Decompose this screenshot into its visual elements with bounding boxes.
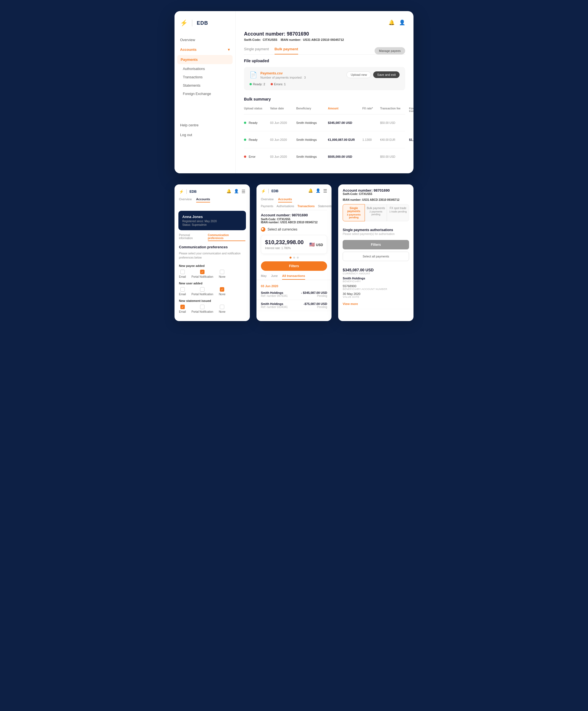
- tx-tab-all[interactable]: All transactions: [282, 274, 305, 280]
- card1-bell-icon[interactable]: 🔔: [227, 189, 231, 194]
- main-content: 🔔 👤 Account number: 98701690 Swift-Code:…: [236, 11, 414, 173]
- file-header: 📄 Payments.csv Number of payments import…: [250, 71, 400, 79]
- logo-text: EDB: [197, 20, 208, 26]
- card2-logo-text: EDB: [272, 189, 278, 193]
- auth-section-title: Single payments authorisations: [343, 228, 409, 232]
- checkbox-none-0[interactable]: [220, 270, 224, 274]
- checkbox-none-2[interactable]: [220, 305, 224, 309]
- auth-section-subtitle: Please select payment(s) for authorisati…: [343, 233, 409, 236]
- tx-tab-june[interactable]: June: [271, 274, 278, 280]
- auth-tab-fx[interactable]: FX spot trade 1 trade pending: [387, 204, 409, 221]
- card3-account-meta-swift: Swift-Code: CITXUS55: [343, 192, 409, 196]
- card1-user-icon[interactable]: 👤: [234, 189, 239, 194]
- currency-flag: 🇺🇸: [309, 242, 315, 247]
- tx-ref-0: Ref: number 0976341: [261, 295, 288, 298]
- profile-block: Anna Jones Registered since: May 2020 St…: [178, 211, 246, 230]
- row3-status: Error: [244, 155, 269, 158]
- auth-tab-single[interactable]: Single payments 3 payments pending: [343, 204, 365, 221]
- card1-logo: ⚡ EDB: [179, 189, 196, 194]
- profile-card: ⚡ EDB 🔔 👤 ☰ Overview Accounts Anna Jones…: [174, 185, 250, 321]
- card2-account-iban: IBAN number: US31 ABCD 23510 09345712: [261, 221, 327, 224]
- tab-single-payment[interactable]: Single payment: [244, 47, 269, 55]
- pref-checkboxes-0: Email ✓ Portal Notification None: [179, 270, 245, 278]
- sidebar-item-overview[interactable]: Overview: [174, 35, 235, 45]
- card2-tab-accounts[interactable]: Accounts: [278, 197, 292, 202]
- profile-registered: Registered since: May 2020: [182, 220, 242, 223]
- currency-radio[interactable]: [261, 227, 265, 232]
- filters-button[interactable]: Filters: [261, 261, 327, 271]
- pref-portal-2: Portal Notification: [191, 305, 213, 313]
- card2-top: ⚡ EDB 🔔 👤 ☰: [261, 188, 327, 197]
- card1-tab-accounts[interactable]: Accounts: [196, 197, 210, 202]
- card2-user-icon[interactable]: 👤: [316, 188, 320, 194]
- sidebar-item-authorisations[interactable]: Authorisations: [174, 65, 235, 73]
- card2-sub-transactions[interactable]: Transactions: [298, 205, 315, 208]
- account-meta: Swift-Code: CITXUS55 IBAN number: US31 A…: [244, 38, 405, 41]
- transactions-card: ⚡ EDB 🔔 👤 ☰ Overview Accounts Payments A…: [256, 185, 332, 321]
- dot-inactive-2[interactable]: [297, 257, 299, 259]
- sidebar-item-payments[interactable]: Payments: [177, 55, 233, 64]
- table-row: Error 03 Jun 2020 Smith Holdings $505,00…: [244, 148, 405, 165]
- ready-status: Ready: 2: [250, 83, 265, 86]
- pref-label-1: New user added: [179, 282, 245, 285]
- save-exit-button[interactable]: Save and exit: [373, 71, 400, 78]
- sidebar-item-statements[interactable]: Statements: [174, 81, 235, 90]
- pref-checkboxes-1: Email Portal Notification ✓ None: [179, 287, 245, 296]
- dot-active[interactable]: [290, 257, 292, 259]
- card2-sub-payments[interactable]: Payments: [261, 205, 273, 208]
- auth-tab-bulk[interactable]: Bulk payments 2 payments pending: [365, 204, 387, 221]
- checkbox-email-2[interactable]: ✓: [180, 305, 185, 309]
- pref-tab-communication[interactable]: Communication preferences: [208, 234, 245, 241]
- pref-label-0: New payee added: [179, 264, 245, 267]
- balance-card: $10,232,998.00 Interest rate: 1.780% 🇺🇸 …: [261, 235, 327, 254]
- carousel-dots: [256, 257, 332, 259]
- sidebar-item-transactions[interactable]: Transactions: [174, 73, 235, 81]
- tab-bulk-payment[interactable]: Bulk payment: [275, 47, 298, 55]
- card2-menu-icon[interactable]: ☰: [323, 188, 327, 194]
- card2-sub-authorisations[interactable]: Authorisations: [276, 205, 294, 208]
- card1-logo-divider: [186, 189, 187, 194]
- card1-menu-icon[interactable]: ☰: [241, 189, 245, 194]
- auth-type-tabs: Single payments 3 payments pending Bulk …: [343, 204, 409, 221]
- file-actions: Upload new Save and exit: [346, 71, 400, 78]
- tx-date: 03 Jun 2020: [256, 282, 332, 289]
- authorisations-card: Account number: 98701690 Swift-Code: CIT…: [338, 185, 414, 321]
- payment-detail: $345,087.00 USD CURRENCY AMOUNT Smith Ho…: [338, 265, 414, 309]
- card2-logo: ⚡ EDB: [261, 189, 278, 193]
- pref-none-2: None: [219, 305, 225, 313]
- checkbox-none-1[interactable]: ✓: [220, 287, 224, 292]
- checkbox-email-1[interactable]: [180, 287, 185, 292]
- card3-filters-button[interactable]: Filters: [343, 240, 409, 250]
- upload-new-button[interactable]: Upload new: [346, 71, 371, 78]
- card2-sub-statements[interactable]: Statements: [318, 205, 332, 208]
- tx-name-0: Smith Holdings: [261, 291, 288, 295]
- checkbox-portal-0[interactable]: ✓: [200, 270, 205, 274]
- card2-bell-icon[interactable]: 🔔: [308, 188, 313, 194]
- card1-tab-overview[interactable]: Overview: [179, 197, 192, 202]
- pref-checkboxes-2: ✓ Email Portal Notification None: [179, 305, 245, 313]
- pref-email-0: Email: [179, 270, 186, 278]
- ready-dot-2: [244, 138, 246, 141]
- file-uploaded-title: File uploaded: [244, 59, 405, 63]
- card1-logo-text: EDB: [190, 190, 196, 194]
- profile-name: Anna Jones: [182, 215, 242, 219]
- sidebar-item-help[interactable]: Help centre: [174, 120, 235, 130]
- sidebar-item-foreign-exchange[interactable]: Foreign Exchange: [174, 90, 235, 98]
- pd-date-label: VALUE DATE: [343, 296, 409, 298]
- sidebar-item-accounts[interactable]: Accounts ▾: [174, 45, 235, 55]
- sidebar: ⚡ EDB Overview Accounts ▾ Payments Autho…: [174, 11, 236, 173]
- pref-tab-personal[interactable]: Personal information: [179, 234, 205, 241]
- dot-inactive-1[interactable]: [293, 257, 295, 259]
- sidebar-item-logout[interactable]: Log out: [174, 130, 235, 140]
- checkbox-portal-1[interactable]: [200, 287, 205, 292]
- checkbox-email-0[interactable]: [180, 270, 185, 274]
- notifications-button[interactable]: 🔔: [388, 19, 395, 25]
- card2-tab-overview[interactable]: Overview: [261, 197, 274, 202]
- checkbox-portal-2[interactable]: [200, 305, 205, 309]
- pd-view-more[interactable]: View more: [343, 302, 358, 305]
- select-all-button[interactable]: Select all payments: [343, 252, 409, 261]
- account-button[interactable]: 👤: [399, 19, 405, 25]
- row2-status: Ready: [244, 138, 269, 142]
- tx-tab-may[interactable]: May: [261, 274, 267, 280]
- manage-payees-button[interactable]: Manage payees: [375, 47, 405, 55]
